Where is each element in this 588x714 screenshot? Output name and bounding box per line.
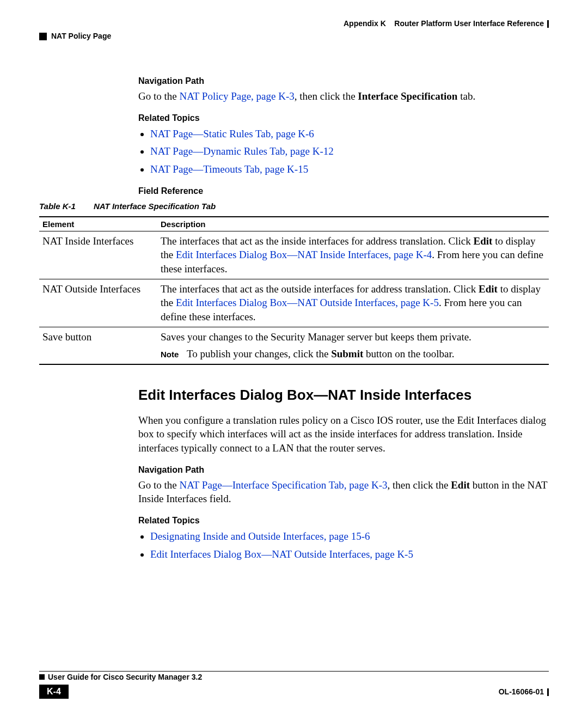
table-cell-description: Saves your changes to the Security Manag… [157, 327, 549, 364]
table-cell-element: Save button [39, 327, 157, 364]
static-rules-link[interactable]: NAT Page—Static Rules Tab, page K-6 [150, 128, 314, 139]
table-cell-element: NAT Inside Interfaces [39, 231, 157, 279]
running-header-right: Appendix K Router Platform User Interfac… [344, 19, 549, 28]
page-number: K-4 [39, 685, 69, 699]
table-row: NAT Outside Interfaces The interfaces th… [39, 279, 549, 327]
designating-interfaces-link[interactable]: Designating Inside and Outside Interface… [150, 530, 370, 542]
timeouts-link[interactable]: NAT Page—Timeouts Tab, page K-15 [150, 163, 308, 175]
table-row: Save button Saves your changes to the Se… [39, 327, 549, 364]
running-header-left: NAT Policy Page [39, 32, 111, 40]
table-header-description: Description [157, 217, 549, 231]
footer-guide-title: User Guide for Cisco Security Manager 3.… [39, 671, 549, 681]
table-header-element: Element [39, 217, 157, 231]
table-caption: Table K-1NAT Interface Specification Tab [39, 202, 549, 211]
related-topics-list-2: Designating Inside and Outside Interface… [150, 530, 549, 561]
field-reference-table: Element Description NAT Inside Interface… [39, 216, 549, 365]
table-row: NAT Inside Interfaces The interfaces tha… [39, 231, 549, 279]
section-heading: Edit Interfaces Dialog Box—NAT Inside In… [138, 387, 549, 404]
navigation-path-heading: Navigation Path [138, 76, 549, 86]
document-id: OL-16066-01 [499, 687, 549, 696]
dynamic-rules-link[interactable]: NAT Page—Dynamic Rules Tab, page K-12 [150, 145, 334, 157]
table-cell-description: The interfaces that act as the outside i… [157, 279, 549, 327]
navigation-path-heading-2: Navigation Path [138, 465, 549, 475]
field-reference-heading: Field Reference [138, 186, 549, 196]
related-topics-heading-2: Related Topics [138, 516, 549, 526]
related-topics-list: NAT Page—Static Rules Tab, page K-6 NAT … [150, 127, 549, 176]
edit-outside-link[interactable]: Edit Interfaces Dialog Box—NAT Outside I… [176, 297, 439, 308]
note-label: Note [161, 349, 187, 360]
navigation-path-text: Go to the NAT Policy Page, page K-3, the… [138, 89, 549, 103]
interface-spec-tab-link[interactable]: NAT Page—Interface Specification Tab, pa… [179, 479, 387, 491]
nat-policy-page-link[interactable]: NAT Policy Page, page K-3 [179, 90, 294, 102]
edit-inside-link[interactable]: Edit Interfaces Dialog Box—NAT Inside In… [176, 249, 432, 260]
navigation-path-text-2: Go to the NAT Page—Interface Specificati… [138, 478, 549, 506]
edit-outside-dialog-link[interactable]: Edit Interfaces Dialog Box—NAT Outside I… [150, 548, 413, 560]
table-cell-description: The interfaces that act as the inside in… [157, 231, 549, 279]
related-topics-heading: Related Topics [138, 113, 549, 123]
section-intro: When you configure a translation rules p… [138, 413, 549, 455]
table-cell-element: NAT Outside Interfaces [39, 279, 157, 327]
